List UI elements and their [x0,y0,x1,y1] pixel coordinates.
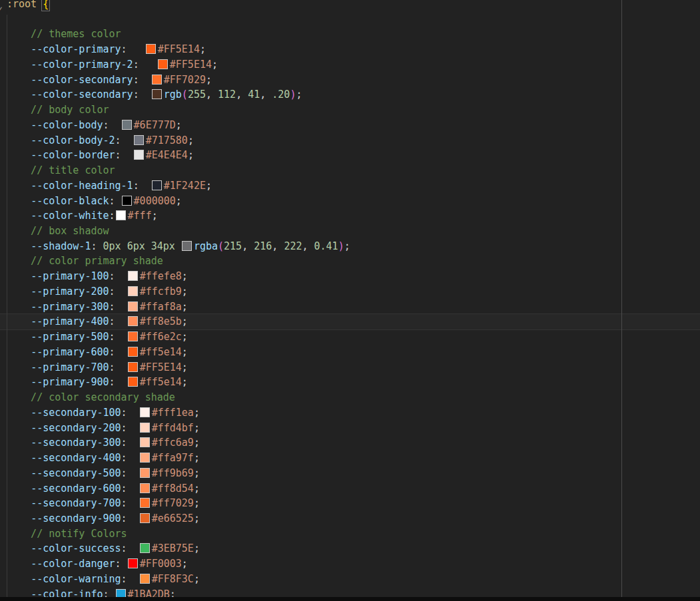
color-swatch[interactable] [128,316,138,326]
color-swatch[interactable] [140,468,150,478]
paren: ( [182,89,188,100]
color-swatch[interactable] [140,543,150,553]
color-swatch[interactable] [128,271,138,281]
color-swatch[interactable] [140,483,150,493]
punctuation: ; [194,407,200,419]
number-value: .20 [272,89,290,100]
punctuation: , [260,89,272,100]
color-swatch[interactable] [146,44,156,54]
code-line[interactable]: --primary-300: #ffaf8a; [7,300,700,315]
code-line[interactable]: --color-black: #000000; [7,194,700,209]
code-line[interactable]: // title color [7,163,700,178]
color-swatch[interactable] [152,75,162,85]
code-line[interactable]: --secondary-200: #ffd4bf; [7,421,700,436]
code-line[interactable]: --secondary-100: #fff1ea; [7,405,700,421]
property-name: --color-warning [31,573,121,585]
code-line[interactable]: --secondary-400: #ffa97f; [7,451,700,466]
code-line[interactable]: --primary-100: #ffefe8; [7,269,700,284]
color-value: #ffefe8 [140,270,182,282]
code-line[interactable]: --primary-900: #ff5e14; [7,375,700,390]
punctuation: : [109,195,121,207]
code-line[interactable]: --color-body: #6E777D; [7,118,700,133]
number-value: 41 [248,89,260,100]
code-line[interactable]: --secondary-700: #ff7029; [7,496,700,511]
code-line[interactable]: --color-white:#fff; [7,208,700,224]
code-line[interactable]: --color-heading-1: #1F242E; [7,178,700,194]
color-swatch[interactable] [116,210,126,220]
color-swatch[interactable] [140,513,150,523]
code-line[interactable]: --secondary-600: #ff8d54; [7,481,700,497]
code-line[interactable]: // color secondary shade [7,390,700,405]
fold-chevron-icon[interactable]: ⌄ [0,0,3,13]
property-name: --color-secondary [31,89,133,100]
code-line[interactable]: --primary-500: #ff6e2c; [7,329,700,345]
code-line[interactable]: --color-warning: #FF8F3C; [7,572,700,587]
code-area[interactable]: :root { // themes color --color-primary:… [0,0,700,601]
punctuation: , [302,240,314,252]
punctuation: : [121,573,139,585]
code-line[interactable]: --color-danger: #FF0003; [7,556,700,572]
property-name: --color-danger [31,558,115,570]
comment: // notify Colors [7,528,127,540]
code-line[interactable]: --shadow-1: 0px 6px 34px rgba(215, 216, … [7,239,700,254]
number-value: 6px [127,240,145,252]
code-line[interactable]: --primary-200: #ffcfb9; [7,284,700,300]
code-line[interactable]: --color-primary: #FF5E14; [7,42,700,57]
color-value: #ffcfb9 [140,286,182,298]
code-line[interactable]: --secondary-900: #e66525; [7,511,700,526]
code-line[interactable]: // themes color [7,27,700,42]
code-line[interactable]: // body color [7,102,700,118]
indent [7,542,31,554]
color-swatch[interactable] [140,437,150,447]
color-swatch[interactable] [152,180,162,190]
color-swatch[interactable] [128,558,138,568]
code-line[interactable]: --color-success: #3EB75E; [7,541,700,556]
color-swatch[interactable] [128,362,138,372]
color-swatch[interactable] [182,241,192,251]
code-line[interactable]: // color primary shade [7,254,700,269]
color-value: #FF5E14 [170,59,212,71]
color-swatch[interactable] [122,120,132,130]
code-line[interactable]: --color-secondary: #FF7029; [7,73,700,88]
color-swatch[interactable] [128,286,138,296]
indent [7,301,31,313]
code-line[interactable]: --primary-700: #FF5E14; [7,360,700,375]
color-value: #e66525 [152,512,194,524]
code-line[interactable]: --primary-400: #ff8e5b; [0,314,700,329]
code-line[interactable]: // box shadow [7,224,700,239]
color-value: #FF0003 [140,558,182,570]
code-line[interactable]: --primary-600: #ff5e14; [7,345,700,360]
color-swatch[interactable] [134,135,144,145]
color-swatch[interactable] [134,150,144,160]
color-swatch[interactable] [128,377,138,387]
punctuation [145,240,151,252]
color-swatch[interactable] [140,453,150,463]
property-name: --primary-400 [31,315,109,327]
code-editor[interactable]: ⌄ :root { // themes color --color-primar… [0,0,700,601]
property-name: --secondary-100 [31,407,121,419]
color-swatch[interactable] [140,574,150,584]
punctuation: : [109,286,127,298]
color-swatch[interactable] [128,301,138,311]
indent [7,437,31,449]
color-swatch[interactable] [158,59,168,69]
code-line[interactable]: --color-body-2: #717580; [7,133,700,148]
code-line[interactable]: --color-border: #E4E4E4; [7,148,700,163]
punctuation: : [121,483,139,495]
property-name: --color-primary-2 [31,59,133,71]
code-line[interactable]: --secondary-500: #ff9b69; [7,466,700,481]
indent [7,134,31,146]
color-swatch[interactable] [128,331,138,341]
code-line[interactable]: --secondary-300: #ffc6a9; [7,435,700,451]
color-swatch[interactable] [152,89,162,99]
color-swatch[interactable] [140,498,150,508]
color-swatch[interactable] [128,347,138,357]
color-swatch[interactable] [140,407,150,417]
code-line[interactable]: // notify Colors [7,526,700,542]
color-swatch[interactable] [140,423,150,433]
code-line[interactable] [7,12,700,27]
code-line[interactable]: --color-primary-2: #FF5E14; [7,57,700,73]
code-line[interactable]: --color-secondary: rgb(255, 112, 41, .20… [7,87,700,102]
color-swatch[interactable] [122,196,132,206]
code-line[interactable]: :root { [7,0,700,12]
